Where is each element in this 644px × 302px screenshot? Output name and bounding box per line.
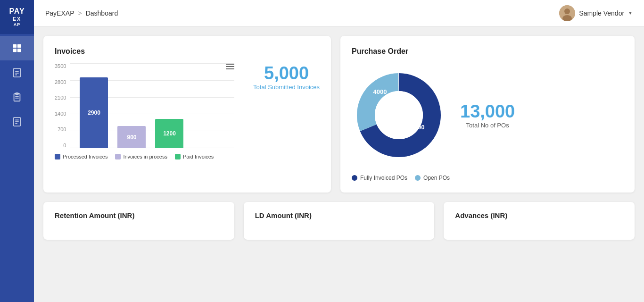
legend-paid: Paid Invoices — [175, 154, 214, 159]
sidebar-item-dashboard[interactable] — [0, 36, 34, 60]
bar-paid-rect: 1200 — [155, 119, 183, 148]
po-total-number: 13,000 — [460, 101, 515, 122]
svg-point-17 — [564, 8, 570, 14]
logo-text: PAY EX AP — [9, 7, 25, 27]
po-card: Purchase Order 9000 — [340, 36, 635, 193]
dashboard-icon — [12, 43, 22, 53]
po-legend-fully-dot — [352, 175, 357, 181]
ld-amount-card: LD Amount (INR) — [244, 202, 435, 240]
donut-chart-svg: 9000 4000 — [352, 68, 446, 162]
bar-processed-rect: 2900 — [80, 77, 108, 148]
bar-inprocess-value: 900 — [127, 134, 136, 141]
bar-inprocess: 900 — [117, 126, 146, 148]
po-legend-fully: Fully Invoiced POs — [352, 175, 407, 181]
legend-processed-label: Processed Invoices — [63, 154, 107, 159]
svg-text:4000: 4000 — [373, 88, 387, 95]
y-axis: 0 700 1400 2100 2800 3500 — [55, 63, 70, 148]
avatar-image — [559, 5, 575, 21]
retention-amount-card: Retention Amount (INR) — [43, 202, 234, 240]
invoices-card-title: Invoices — [55, 47, 320, 56]
bar-processed-value: 2900 — [88, 109, 100, 116]
main-cards-row: Invoices — [43, 36, 635, 193]
app-logo: PAY EX AP — [0, 0, 34, 34]
svg-rect-0 — [13, 44, 17, 48]
advances-card: Advances (INR) — [444, 202, 635, 240]
po-legend-fully-label: Fully Invoiced POs — [360, 175, 407, 181]
legend-inprocess: Invoices in process — [115, 154, 167, 159]
po-summary: 13,000 Total No of POs — [460, 101, 515, 129]
po-legend: Fully Invoiced POs Open POs — [352, 175, 623, 181]
report-icon — [12, 117, 22, 127]
bars-wrapper: 2900 900 — [70, 63, 234, 148]
clipboard-icon — [12, 92, 22, 102]
po-legend-open-dot — [415, 175, 421, 181]
svg-rect-3 — [17, 49, 21, 52]
po-legend-open: Open POs — [415, 175, 450, 181]
breadcrumb: PayEXAP > Dashboard — [45, 9, 118, 17]
invoices-card: Invoices — [43, 36, 331, 193]
chart-menu-button[interactable] — [226, 63, 234, 72]
donut-chart-container: 9000 4000 — [352, 68, 446, 162]
hamburger-icon — [226, 63, 234, 70]
svg-point-24 — [375, 91, 423, 139]
invoice-summary: 5,000 Total Submitted Invoices — [234, 63, 320, 91]
ld-amount-title: LD Amount (INR) — [255, 211, 423, 219]
legend-processed: Processed Invoices — [55, 154, 107, 159]
svg-rect-2 — [13, 49, 17, 52]
retention-amount-title: Retention Amount (INR) — [55, 211, 223, 219]
user-name: Sample Vendor — [579, 9, 624, 17]
legend-inprocess-dot — [115, 154, 121, 159]
bar-paid: 1200 — [155, 119, 183, 148]
po-card-title: Purchase Order — [352, 47, 623, 56]
bar-inprocess-rect: 900 — [117, 126, 146, 148]
bar-paid-value: 1200 — [163, 130, 176, 137]
legend-inprocess-label: Invoices in process — [123, 154, 167, 159]
user-dropdown-arrow[interactable]: ▼ — [628, 10, 633, 16]
legend-processed-dot — [55, 154, 60, 159]
content-area: Invoices — [34, 26, 644, 302]
breadcrumb-page: Dashboard — [86, 9, 118, 17]
chart-legend: Processed Invoices Invoices in process P… — [55, 154, 320, 159]
header: PayEXAP > Dashboard Sample Vendor ▼ — [34, 0, 644, 26]
total-submitted-number: 5,000 — [264, 63, 309, 84]
document-icon — [12, 67, 22, 78]
legend-paid-label: Paid Invoices — [183, 154, 214, 159]
bottom-cards-row: Retention Amount (INR) LD Amount (INR) A… — [43, 202, 635, 240]
breadcrumb-app: PayEXAP — [45, 9, 74, 17]
avatar — [559, 5, 575, 21]
user-menu[interactable]: Sample Vendor ▼ — [559, 5, 633, 21]
bar-processed: 2900 — [80, 77, 108, 148]
sidebar: PAY EX AP — [0, 0, 34, 302]
sidebar-item-clipboard[interactable] — [0, 85, 34, 109]
sidebar-item-report[interactable] — [0, 109, 34, 134]
po-legend-open-label: Open POs — [423, 175, 450, 181]
svg-rect-1 — [17, 44, 21, 48]
total-submitted-label: Total Submitted Invoices — [253, 84, 320, 91]
sidebar-item-document[interactable] — [0, 60, 34, 85]
advances-title: Advances (INR) — [455, 211, 623, 219]
po-total-label: Total No of POs — [466, 122, 509, 129]
legend-paid-dot — [175, 154, 181, 159]
main-area: PayEXAP > Dashboard Sample Vendor ▼ Invo… — [34, 0, 644, 302]
svg-text:9000: 9000 — [411, 124, 425, 131]
breadcrumb-separator: > — [78, 9, 82, 17]
